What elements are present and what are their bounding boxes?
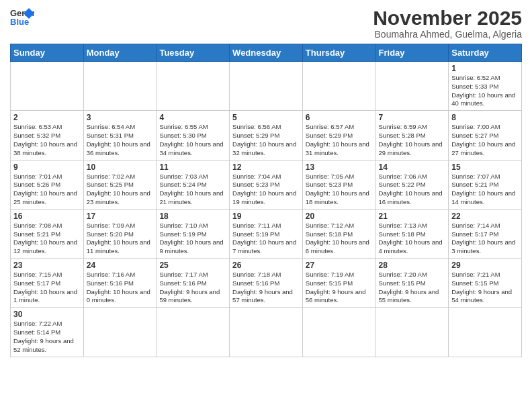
- day-info: Sunrise: 6:57 AM Sunset: 5:29 PM Dayligh…: [306, 123, 373, 157]
- day-number: 21: [379, 212, 446, 221]
- calendar-cell: 11Sunrise: 7:03 AM Sunset: 5:24 PM Dayli…: [157, 160, 230, 209]
- calendar-cell: 3Sunrise: 6:54 AM Sunset: 5:31 PM Daylig…: [83, 111, 157, 160]
- day-info: Sunrise: 7:10 AM Sunset: 5:19 PM Dayligh…: [159, 222, 226, 256]
- day-number: 4: [159, 113, 226, 122]
- subtitle: Boumahra Ahmed, Guelma, Algeria: [373, 29, 522, 40]
- calendar-week-5: 30Sunrise: 7:22 AM Sunset: 5:14 PM Dayli…: [11, 308, 522, 357]
- svg-text:Blue: Blue: [10, 17, 29, 27]
- calendar-cell: 21Sunrise: 7:13 AM Sunset: 5:18 PM Dayli…: [375, 209, 449, 258]
- calendar-cell: 14Sunrise: 7:06 AM Sunset: 5:22 PM Dayli…: [375, 160, 449, 209]
- day-info: Sunrise: 7:12 AM Sunset: 5:18 PM Dayligh…: [306, 222, 373, 256]
- calendar-cell: 24Sunrise: 7:16 AM Sunset: 5:16 PM Dayli…: [83, 259, 157, 308]
- day-header-thursday: Thursday: [302, 44, 375, 62]
- day-number: 26: [232, 261, 300, 270]
- day-number: 19: [232, 212, 300, 221]
- logo-icon: General Blue: [10, 7, 34, 27]
- day-info: Sunrise: 7:22 AM Sunset: 5:14 PM Dayligh…: [13, 320, 81, 354]
- day-info: Sunrise: 7:08 AM Sunset: 5:21 PM Dayligh…: [13, 222, 81, 256]
- day-header-monday: Monday: [83, 44, 157, 62]
- day-header-wednesday: Wednesday: [230, 44, 303, 62]
- calendar-cell: 4Sunrise: 6:55 AM Sunset: 5:30 PM Daylig…: [157, 111, 230, 160]
- calendar-cell: [375, 62, 449, 111]
- day-info: Sunrise: 7:11 AM Sunset: 5:19 PM Dayligh…: [232, 222, 300, 256]
- day-number: 17: [87, 212, 154, 221]
- calendar-cell: [230, 308, 303, 357]
- calendar-cell: 29Sunrise: 7:21 AM Sunset: 5:15 PM Dayli…: [449, 259, 522, 308]
- day-header-tuesday: Tuesday: [157, 44, 230, 62]
- calendar-cell: 22Sunrise: 7:14 AM Sunset: 5:17 PM Dayli…: [449, 209, 522, 258]
- calendar-cell: 6Sunrise: 6:57 AM Sunset: 5:29 PM Daylig…: [302, 111, 375, 160]
- day-number: 6: [306, 113, 373, 122]
- day-info: Sunrise: 7:18 AM Sunset: 5:16 PM Dayligh…: [232, 271, 300, 305]
- day-number: 12: [232, 163, 300, 172]
- logo: General Blue: [10, 7, 34, 27]
- day-info: Sunrise: 6:53 AM Sunset: 5:32 PM Dayligh…: [13, 123, 81, 157]
- calendar-week-0: 1Sunrise: 6:52 AM Sunset: 5:33 PM Daylig…: [11, 62, 522, 111]
- page: General Blue November 2025 Boumahra Ahme…: [0, 0, 532, 411]
- calendar-cell: 23Sunrise: 7:15 AM Sunset: 5:17 PM Dayli…: [11, 259, 84, 308]
- calendar-cell: [302, 62, 375, 111]
- header: General Blue November 2025 Boumahra Ahme…: [10, 7, 522, 40]
- day-info: Sunrise: 6:54 AM Sunset: 5:31 PM Dayligh…: [87, 123, 154, 157]
- calendar-header-row: SundayMondayTuesdayWednesdayThursdayFrid…: [11, 44, 522, 62]
- day-info: Sunrise: 7:03 AM Sunset: 5:24 PM Dayligh…: [159, 173, 226, 207]
- day-number: 16: [13, 212, 81, 221]
- title-area: November 2025 Boumahra Ahmed, Guelma, Al…: [373, 7, 522, 40]
- day-number: 30: [13, 310, 81, 319]
- calendar-cell: [157, 62, 230, 111]
- calendar-cell: 12Sunrise: 7:04 AM Sunset: 5:23 PM Dayli…: [230, 160, 303, 209]
- calendar: SundayMondayTuesdayWednesdayThursdayFrid…: [10, 44, 522, 357]
- day-info: Sunrise: 7:05 AM Sunset: 5:23 PM Dayligh…: [306, 173, 373, 207]
- day-number: 27: [306, 261, 373, 270]
- day-number: 3: [87, 113, 154, 122]
- month-title: November 2025: [373, 7, 522, 29]
- day-number: 11: [159, 163, 226, 172]
- day-number: 20: [306, 212, 373, 221]
- calendar-cell: 9Sunrise: 7:01 AM Sunset: 5:26 PM Daylig…: [11, 160, 84, 209]
- calendar-cell: 28Sunrise: 7:20 AM Sunset: 5:15 PM Dayli…: [375, 259, 449, 308]
- day-number: 15: [451, 163, 519, 172]
- day-number: 24: [87, 261, 154, 270]
- calendar-cell: 13Sunrise: 7:05 AM Sunset: 5:23 PM Dayli…: [302, 160, 375, 209]
- calendar-cell: 7Sunrise: 6:59 AM Sunset: 5:28 PM Daylig…: [375, 111, 449, 160]
- day-number: 22: [451, 212, 519, 221]
- day-number: 8: [451, 113, 519, 122]
- day-info: Sunrise: 7:15 AM Sunset: 5:17 PM Dayligh…: [13, 271, 81, 305]
- calendar-cell: 5Sunrise: 6:56 AM Sunset: 5:29 PM Daylig…: [230, 111, 303, 160]
- day-number: 18: [159, 212, 226, 221]
- calendar-cell: [157, 308, 230, 357]
- calendar-cell: 25Sunrise: 7:17 AM Sunset: 5:16 PM Dayli…: [157, 259, 230, 308]
- day-info: Sunrise: 7:01 AM Sunset: 5:26 PM Dayligh…: [13, 173, 81, 207]
- calendar-cell: 17Sunrise: 7:09 AM Sunset: 5:20 PM Dayli…: [83, 209, 157, 258]
- day-number: 7: [379, 113, 446, 122]
- day-number: 14: [379, 163, 446, 172]
- day-number: 10: [87, 163, 154, 172]
- calendar-cell: [230, 62, 303, 111]
- day-number: 25: [159, 261, 226, 270]
- day-number: 1: [451, 64, 519, 73]
- day-number: 23: [13, 261, 81, 270]
- day-info: Sunrise: 7:07 AM Sunset: 5:21 PM Dayligh…: [451, 173, 519, 207]
- day-info: Sunrise: 7:14 AM Sunset: 5:17 PM Dayligh…: [451, 222, 519, 256]
- calendar-week-1: 2Sunrise: 6:53 AM Sunset: 5:32 PM Daylig…: [11, 111, 522, 160]
- calendar-cell: 1Sunrise: 6:52 AM Sunset: 5:33 PM Daylig…: [449, 62, 522, 111]
- calendar-cell: [83, 308, 157, 357]
- calendar-cell: 20Sunrise: 7:12 AM Sunset: 5:18 PM Dayli…: [302, 209, 375, 258]
- calendar-cell: 2Sunrise: 6:53 AM Sunset: 5:32 PM Daylig…: [11, 111, 84, 160]
- calendar-cell: 19Sunrise: 7:11 AM Sunset: 5:19 PM Dayli…: [230, 209, 303, 258]
- day-info: Sunrise: 7:20 AM Sunset: 5:15 PM Dayligh…: [379, 271, 446, 305]
- calendar-cell: [449, 308, 522, 357]
- day-info: Sunrise: 7:16 AM Sunset: 5:16 PM Dayligh…: [87, 271, 154, 305]
- day-info: Sunrise: 7:19 AM Sunset: 5:15 PM Dayligh…: [306, 271, 373, 305]
- calendar-cell: 10Sunrise: 7:02 AM Sunset: 5:25 PM Dayli…: [83, 160, 157, 209]
- day-number: 9: [13, 163, 81, 172]
- day-info: Sunrise: 7:21 AM Sunset: 5:15 PM Dayligh…: [451, 271, 519, 305]
- calendar-cell: 26Sunrise: 7:18 AM Sunset: 5:16 PM Dayli…: [230, 259, 303, 308]
- day-info: Sunrise: 7:02 AM Sunset: 5:25 PM Dayligh…: [87, 173, 154, 207]
- day-info: Sunrise: 7:00 AM Sunset: 5:27 PM Dayligh…: [451, 123, 519, 157]
- calendar-cell: 18Sunrise: 7:10 AM Sunset: 5:19 PM Dayli…: [157, 209, 230, 258]
- day-number: 13: [306, 163, 373, 172]
- calendar-cell: [11, 62, 84, 111]
- calendar-cell: [83, 62, 157, 111]
- day-info: Sunrise: 7:09 AM Sunset: 5:20 PM Dayligh…: [87, 222, 154, 256]
